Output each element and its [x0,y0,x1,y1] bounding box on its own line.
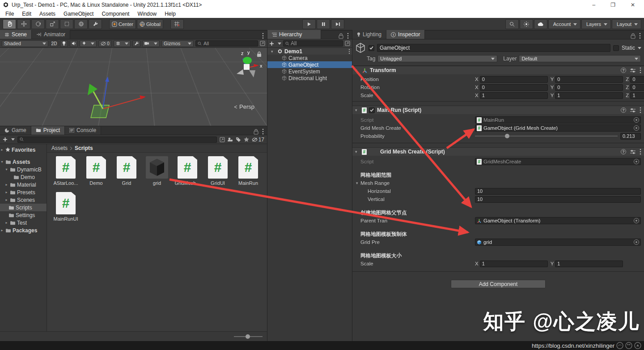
kebab-menu-icon[interactable] [262,128,264,135]
custom-tool-button[interactable] [89,19,102,29]
scale-tool-button[interactable] [46,19,59,29]
asset-store-user-icon[interactable] [228,137,233,142]
tab-hierarchy[interactable]: Hierarchy [267,30,321,39]
slider-thumb[interactable] [246,334,250,339]
layers-dropdown[interactable]: Layers [581,19,611,29]
menu-window[interactable]: Window [134,11,160,17]
tree-assets[interactable]: ▾Assets [0,158,47,166]
main-run-enabled-checkbox[interactable] [369,107,375,113]
horizontal-field[interactable] [475,188,641,195]
position-y-field[interactable] [555,76,623,83]
kebab-menu-icon[interactable] [640,107,641,113]
menu-gameobject[interactable]: GameObject [60,11,97,17]
lock-icon[interactable] [339,33,343,39]
script-object-field[interactable]: #MainRun [475,116,641,124]
tree-favorites[interactable]: ▸Favorites [0,146,47,154]
foldout-icon[interactable]: ▾ [356,181,360,185]
hierarchy-create-button[interactable] [269,41,281,46]
kebab-menu-icon[interactable] [262,33,264,39]
lock-icon[interactable] [257,51,262,57]
rect-tool-button[interactable] [60,19,73,29]
transform-tool-button[interactable] [74,19,88,29]
parent-tran-object-field[interactable]: GameObject (Transform) [475,217,641,224]
tree-demo[interactable]: Demo [0,173,47,181]
scene-tools-button[interactable] [132,40,140,47]
breadcrumb-assets[interactable]: Assets [51,145,68,151]
pause-button[interactable] [317,19,330,29]
kebab-menu-icon[interactable] [347,33,349,39]
probability-slider[interactable] [475,136,618,137]
help-icon[interactable]: ? [621,107,626,113]
hierarchy-item-gameobject[interactable]: GameObject [267,61,352,68]
position-z-field[interactable] [630,76,644,83]
menu-edit[interactable]: Edit [18,11,35,17]
tree-packages[interactable]: ▸Packages [0,226,47,234]
object-picker-icon[interactable] [634,117,639,123]
scene-camera-dropdown[interactable] [142,40,160,47]
gameobject-big-cube-icon[interactable] [355,43,366,53]
breadcrumb-scripts[interactable]: Scripts [75,145,93,151]
shading-mode-dropdown[interactable]: Shaded [2,40,48,47]
rotation-x-field[interactable] [480,84,548,91]
project-hidden-toggle[interactable]: 17 [252,137,264,143]
kebab-menu-icon[interactable] [640,67,641,73]
menu-component[interactable]: Component [98,11,133,17]
chevron-down-icon[interactable] [638,47,641,49]
scene-viewport[interactable]: z y x Persp [0,48,267,126]
help-icon[interactable]: ? [621,68,626,73]
kebab-menu-icon[interactable] [639,33,641,39]
kebab-menu-icon[interactable] [348,49,350,54]
pivot-center-button[interactable]: Center [109,19,136,29]
hidden-objects-toggle[interactable]: 0 [98,40,112,47]
static-checkbox[interactable] [613,45,619,51]
transform-header[interactable]: ▾ Transform ? [352,66,644,74]
cloud-button[interactable] [534,19,547,29]
scale-y-field[interactable] [555,92,623,99]
scene-grid-dropdown[interactable] [114,40,131,47]
foldout-icon[interactable]: ▾ [355,68,360,73]
play-button[interactable] [302,19,316,29]
file-mainrunui[interactable]: #MainRunUI [51,192,81,225]
pivot-global-button[interactable]: Global [137,19,163,29]
presets-icon[interactable] [630,68,636,73]
perspective-label[interactable]: Persp [234,103,254,110]
close-button[interactable]: ✕ [631,2,635,8]
grid-mesh-create-object-field[interactable]: #GameObject (Grid Mesh Create) [475,124,641,132]
hierarchy-item-camera[interactable]: Camera [267,55,352,61]
file-grid-script[interactable]: #Grid [111,156,142,189]
menu-help[interactable]: Help [161,11,179,17]
position-x-field[interactable] [480,76,548,83]
thumbnail-size-slider[interactable] [234,336,263,337]
active-checkbox[interactable] [369,45,374,51]
hierarchy-item-eventsystem[interactable]: EventSystem [267,68,352,75]
presets-icon[interactable] [630,108,636,113]
tab-game[interactable]: Game [0,126,31,135]
tab-console[interactable]: Console [65,126,101,135]
2d-toggle-button[interactable]: 2D [50,40,58,47]
mesh-range-row[interactable]: ▾Mesh Range [352,179,644,187]
create-asset-button[interactable] [3,137,15,142]
tab-inspector[interactable]: i Inspector [386,30,425,39]
scene-effects-dropdown[interactable] [80,40,97,47]
main-run-header[interactable]: ▾ # Main Run (Script) ? [352,106,644,114]
file-gridui[interactable]: #GridUI [203,156,233,189]
search-button[interactable] [505,19,519,29]
scene-search-input[interactable]: All [195,40,258,47]
layer-dropdown[interactable]: Default [519,55,641,62]
script-object-field[interactable]: #GridMeshCreate [475,158,641,165]
kebab-menu-icon[interactable] [640,149,641,155]
menu-file[interactable]: File [2,11,17,17]
vertical-field[interactable] [475,196,641,203]
tree-presets[interactable]: ▸Presets [0,188,47,196]
scene-lighting-toggle[interactable] [60,40,68,47]
tab-project[interactable]: Project [31,126,65,135]
hierarchy-search-input[interactable]: All [283,40,343,47]
grid-scale-y-field[interactable] [555,260,623,267]
slider-thumb[interactable] [505,134,509,138]
object-picker-icon[interactable] [634,159,639,164]
foldout-icon[interactable]: ▾ [355,149,360,154]
help-icon[interactable]: ? [621,149,626,154]
rotate-tool-button[interactable] [31,19,45,29]
tree-dynamicb[interactable]: ▾DynamicB [0,166,47,173]
hierarchy-scene-demo1[interactable]: ▾ Demo1 [267,48,352,55]
